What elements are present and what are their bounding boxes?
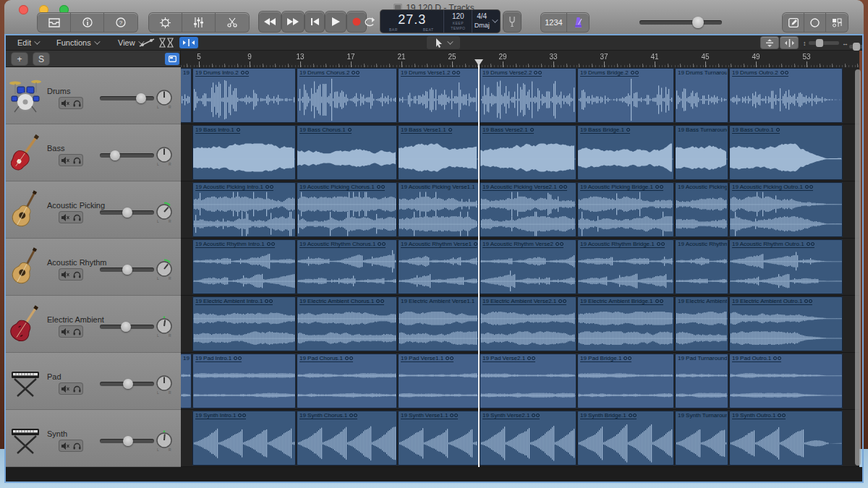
region[interactable]: 19 Synth Chorus.1 (297, 411, 397, 466)
region[interactable]: 19 Drums Chorus.2 (297, 68, 397, 123)
metronome-button[interactable] (567, 13, 589, 32)
auto-zoom-horizontal-button[interactable] (780, 37, 798, 48)
track-header-acoustic-picking[interactable]: Acoustic PickingLR (4, 181, 181, 239)
cycle-button[interactable] (360, 12, 379, 32)
region[interactable]: 19 Acoustic Rhythm Verse1 (398, 239, 479, 294)
catch-playhead-button[interactable] (179, 37, 198, 48)
track-volume-slider[interactable] (100, 267, 154, 272)
smart-controls-button[interactable] (149, 13, 182, 32)
region[interactable]: 19 Electric Ambient Bridge.1 (577, 296, 674, 351)
add-track-button[interactable]: + (12, 53, 27, 65)
solo-button[interactable] (72, 441, 82, 450)
mute-button[interactable] (60, 441, 70, 450)
track-volume-thumb[interactable] (123, 436, 133, 446)
editors-button[interactable] (216, 13, 249, 32)
region[interactable]: 19 Electric Ambient Verse2.1 (480, 296, 576, 351)
master-volume-thumb[interactable] (692, 17, 704, 28)
region[interactable]: 19 Synth Bridge.1 (577, 411, 674, 466)
solo-button[interactable] (72, 213, 82, 222)
region[interactable]: 19 Drums Verse1.2 (398, 68, 479, 123)
region[interactable]: 19 Acoustic Rhythm Verse2 (480, 239, 576, 294)
mute-button[interactable] (60, 213, 70, 222)
region[interactable]: 19 Bass Intro.1 (192, 125, 296, 180)
flex-button[interactable] (159, 38, 174, 48)
automation-button[interactable] (139, 38, 155, 48)
track-volume-slider[interactable] (100, 325, 154, 329)
region[interactable]: 19 (181, 354, 192, 408)
region[interactable]: 19 Drums Bridge.2 (577, 68, 674, 123)
track-header-synth[interactable]: SynthLR (4, 410, 181, 467)
mute-button[interactable] (60, 384, 70, 393)
horizontal-zoom-thumb[interactable] (853, 43, 860, 51)
track-volume-slider[interactable] (100, 210, 154, 215)
track-header-electric-ambient[interactable]: Electric AmbientLR (4, 296, 181, 353)
region[interactable]: 19 Drums Turnarou (675, 68, 728, 123)
region[interactable]: 19 Acoustic Rhythm Bridge.1 (577, 239, 674, 294)
tracks-lane-area[interactable]: 1919 Drums Intro.219 Drums Chorus.219 Dr… (181, 67, 859, 467)
fast-forward-button[interactable] (282, 12, 304, 32)
mute-button[interactable] (60, 270, 70, 279)
lcd-display[interactable]: 27.3 BAR BEAT 120 KEEP TEMPO 4/4 Dmaj (380, 10, 500, 33)
region[interactable]: 19 Acoustic Picking Verse2.1 (480, 182, 576, 237)
region[interactable]: 19 Acoustic Picking Bridge.1 (577, 182, 674, 237)
region[interactable]: 19 Bass Turnaround (675, 125, 728, 180)
region[interactable]: 19 Acoustic Rhythm Intro.1 (192, 239, 296, 294)
inspector-button[interactable] (71, 13, 104, 32)
region[interactable]: 19 Bass Bridge.1 (577, 125, 674, 180)
solo-button[interactable] (72, 327, 82, 336)
track-header-acoustic-rhythm[interactable]: Acoustic RhythmLR (4, 239, 181, 296)
track-volume-slider[interactable] (100, 439, 154, 443)
region[interactable]: 19 Synth Intro.1 (192, 411, 296, 466)
pan-knob[interactable]: LR (155, 145, 174, 169)
region[interactable]: 19 Synth Verse1.1 (398, 411, 479, 466)
track-header-bass[interactable]: BassLR (4, 124, 181, 181)
region[interactable]: 19 Electric Ambient (675, 296, 728, 351)
region[interactable]: 19 Acoustic Picking (675, 182, 728, 237)
bar-ruler[interactable] (181, 51, 859, 68)
mute-button[interactable] (60, 327, 70, 336)
lcd-chevron[interactable] (491, 10, 500, 33)
region[interactable]: 19 Acoustic Rhythm (675, 239, 728, 294)
tuner-button[interactable] (503, 12, 521, 32)
region[interactable]: 19 Acoustic Picking Intro.1 (192, 182, 296, 237)
region[interactable]: 19 Electric Ambient Verse1.1 (398, 296, 479, 351)
count-in-button[interactable]: 1234 (541, 13, 567, 32)
region[interactable]: 19 Pad Verse2.1 (480, 354, 576, 408)
region[interactable]: 19 Acoustic Picking Chorus.1 (297, 182, 397, 237)
solo-button[interactable] (72, 98, 82, 108)
master-solo-button[interactable]: S (33, 53, 49, 65)
region[interactable]: 19 Acoustic Picking Verse1.1 (398, 182, 479, 237)
go-to-beginning-button[interactable] (305, 12, 324, 32)
tool-menu[interactable] (427, 36, 460, 49)
region[interactable]: 19 Electric Ambient Chorus.1 (297, 296, 397, 351)
track-volume-thumb[interactable] (122, 265, 132, 275)
mute-button[interactable] (60, 155, 70, 165)
region[interactable]: 19 Drums Outro.2 (729, 68, 843, 123)
loop-browser-button[interactable] (804, 13, 826, 32)
region[interactable]: 19 Drums Intro.2 (192, 68, 296, 123)
track-volume-thumb[interactable] (136, 93, 146, 103)
auto-zoom-vertical-button[interactable] (761, 37, 778, 48)
playhead[interactable] (478, 59, 480, 467)
track-volume-slider[interactable] (100, 153, 154, 158)
pan-knob[interactable]: LR (155, 430, 174, 455)
region[interactable]: 19 Acoustic Rhythm Chorus.1 (297, 239, 397, 294)
vertical-zoom-thumb[interactable] (816, 39, 823, 47)
track-volume-thumb[interactable] (110, 150, 120, 160)
track-header-drums[interactable]: DrumsLR (4, 67, 181, 124)
track-volume-slider[interactable] (100, 382, 154, 386)
pan-knob[interactable]: LR (155, 316, 174, 341)
media-browser-button[interactable] (826, 13, 848, 32)
region[interactable]: 19 Pad Outro.1 (729, 354, 843, 408)
region[interactable]: 19 Electric Ambient Outro.1 (729, 296, 843, 351)
track-volume-thumb[interactable] (122, 207, 132, 218)
track-volume-thumb[interactable] (123, 379, 133, 389)
track-header-pad[interactable]: PadLR (4, 353, 181, 410)
region[interactable]: 19 Electric Ambient Intro.1 (192, 296, 296, 351)
pan-knob[interactable]: LR (155, 87, 174, 112)
master-volume-slider[interactable] (639, 20, 722, 25)
vertical-zoom-slider[interactable] (809, 41, 839, 45)
track-volume-thumb[interactable] (121, 322, 131, 332)
region[interactable]: 19 Pad Verse1.1 (398, 354, 479, 408)
mixer-button[interactable] (182, 13, 216, 32)
